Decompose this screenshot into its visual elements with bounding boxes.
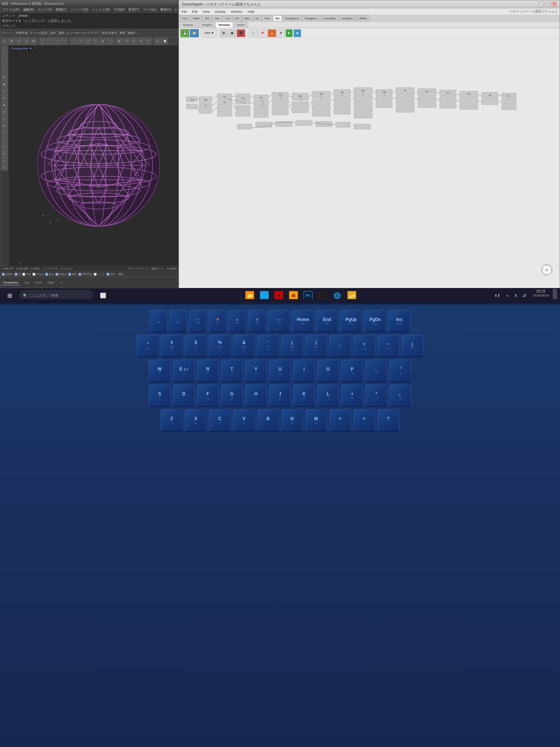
side-solid-btn[interactable]: ■ (1, 74, 8, 80)
gh-menu-edit[interactable]: Edit (191, 10, 199, 13)
tb-point-btn[interactable]: · (70, 38, 77, 44)
key-p[interactable]: P せ (341, 360, 363, 382)
key-f[interactable]: F は (197, 384, 219, 407)
taskbar-illustrator[interactable]: Ai (287, 289, 300, 299)
taskbar-show-desktop[interactable] (553, 289, 557, 299)
snap-tangent[interactable]: 接点 (68, 272, 77, 276)
key-d[interactable]: D し (173, 384, 195, 407)
key-j[interactable]: J ま (269, 384, 291, 407)
key-caret[interactable]: ~ ^ へ (377, 335, 399, 357)
gh-menu-help[interactable]: Help (246, 10, 256, 13)
side-bool-btn[interactable]: ⊙ (1, 129, 8, 136)
tb-circle-btn[interactable]: ○ (54, 38, 61, 44)
side-curve-btn[interactable]: ⌒ (1, 60, 8, 66)
gh-tab-lunchbox[interactable]: LunchBox (320, 15, 339, 21)
gh-save-btn[interactable]: 💾 (180, 29, 189, 37)
gh-tab-lmnts[interactable]: LMNts (356, 15, 369, 21)
key-minus[interactable]: = - ほ (353, 335, 375, 357)
gh-tab-srf[interactable]: Srf (233, 15, 241, 21)
key-yen[interactable]: | ¥ ー (401, 335, 423, 357)
gh-tab2-graphs[interactable]: Graphs (199, 22, 215, 28)
key-m[interactable]: M も (305, 409, 327, 432)
key-w[interactable]: W て (149, 360, 171, 382)
rhino-menu-edit[interactable]: 編集(E) (22, 7, 35, 12)
side-split-btn[interactable]: ✂ (1, 157, 8, 163)
key-k[interactable]: K の (293, 384, 315, 407)
tb-extrude-btn[interactable]: □ (78, 38, 84, 44)
taskbar-acrobat[interactable]: A (272, 289, 285, 299)
rhino-menu-view[interactable]: ビュー(V) (37, 7, 53, 12)
side-transform-btn[interactable]: ✥ (1, 122, 8, 129)
side-snap-btn[interactable]: ⊡ (1, 164, 8, 170)
taskbar-network[interactable]: ⬆⬇ (492, 289, 502, 299)
key-3[interactable]: # 3 あ あ (161, 335, 183, 357)
key-home[interactable]: Home F8 (292, 310, 314, 333)
view-tab-arrow[interactable]: ◀ (60, 281, 62, 284)
snap-vertex[interactable]: 頂点 (106, 272, 115, 276)
key-t[interactable]: T か (221, 360, 243, 382)
key-n[interactable]: N み (281, 409, 303, 432)
rhino-menu-mesh[interactable]: メッシュ(M) (91, 7, 111, 12)
key-7[interactable]: ' 7 や や (257, 335, 279, 357)
key-8[interactable]: ( 8 ゆ ゆ (281, 335, 303, 357)
snap-quadrant[interactable]: 四半円点 (78, 272, 92, 276)
key-prtscn[interactable]: PrtScn F7 (268, 310, 290, 333)
tb-fillet-btn[interactable]: ⌐ (107, 38, 113, 44)
tb-text-btn[interactable]: T (145, 38, 152, 44)
side-cage-btn[interactable]: ⬚ (1, 136, 8, 143)
gh-tab2-preview[interactable]: Preview (215, 22, 233, 28)
rhino-menu-file[interactable]: ファイル(F) (1, 7, 21, 12)
tb-surface-btn[interactable]: ⬚ (85, 38, 92, 44)
key-semicolon[interactable]: + ; れ (341, 384, 363, 407)
gh-tab-vec[interactable]: Vec (212, 15, 222, 21)
key-9[interactable]: ) 9 よ よ (305, 335, 327, 357)
key-period[interactable]: > 。 (353, 409, 375, 432)
taskbar-chrome[interactable]: 🌐 (331, 289, 344, 299)
key-y[interactable]: Y ん (245, 360, 267, 382)
gh-tab-crv[interactable]: Crv (223, 15, 232, 21)
side-dim-btn[interactable]: ⊢ (1, 88, 8, 94)
tb-layer-btn[interactable]: ≡ (123, 38, 130, 44)
tb-grid-btn[interactable]: ⊞ (116, 38, 122, 44)
gh-tab-sandbox[interactable]: Sandbox (339, 15, 355, 21)
key-colon[interactable]: * : け (365, 384, 387, 407)
key-f2[interactable]: ☼+ F2 (170, 310, 187, 333)
key-l[interactable]: L り (317, 384, 339, 407)
key-comma[interactable]: < 、 (329, 409, 351, 432)
gh-icon9[interactable]: ◉ (293, 29, 301, 37)
gh-icon4[interactable]: 🔍 (249, 29, 257, 37)
gh-close-btn[interactable]: ✕ (552, 2, 557, 7)
key-x[interactable]: X さ (185, 409, 207, 432)
tb-mirror-btn[interactable]: ⇆ (30, 38, 37, 44)
task-view-btn[interactable]: ⬜ (96, 289, 109, 299)
key-r[interactable]: R す (197, 360, 219, 382)
gh-tab2-vector[interactable]: Vector (233, 22, 248, 28)
key-f5[interactable]: 🔉 F5 (229, 310, 246, 333)
gh-canvas[interactable]: Num Rng Int Div Pt Unt Vec XYZ Mov Rot M… (179, 38, 560, 286)
view-tab-right[interactable]: Right (46, 280, 56, 285)
key-f6[interactable]: 🔊 F6 (248, 310, 266, 333)
key-bracket-open[interactable]: 「 [ (389, 360, 411, 382)
side-mesh-btn[interactable]: ▦ (1, 81, 8, 87)
snap-point[interactable]: 点 (15, 272, 21, 276)
key-h[interactable]: H く (245, 384, 267, 407)
gh-tab-set[interactable]: Set (202, 15, 212, 21)
key-0[interactable]: 0 わ わ (329, 335, 351, 357)
gh-tab-kangaroo2[interactable]: Kangaroo2 (283, 15, 302, 21)
snap-knot[interactable]: ノット (94, 272, 105, 276)
tb-dim-btn[interactable]: ⊢ (138, 38, 144, 44)
side-analyze-btn[interactable]: ⊕ (1, 94, 8, 101)
side-render-btn[interactable]: ◉ (1, 101, 8, 108)
gh-menu-file[interactable]: File (180, 10, 188, 13)
gh-tab-trns[interactable]: Trns (262, 15, 273, 21)
key-end[interactable]: End F9 (316, 310, 338, 333)
tb-history-btn[interactable]: ⌚ (162, 38, 168, 44)
key-o[interactable]: O ら (317, 360, 339, 382)
key-i[interactable]: I に (293, 360, 315, 382)
rhino-menu-analyze[interactable]: 解析(A) (159, 7, 172, 12)
side-tools-btn[interactable]: ⚙ (1, 108, 8, 115)
taskbar-ie[interactable]: 🌐 (258, 289, 271, 299)
tb-rotate-btn[interactable]: ↺ (16, 38, 22, 44)
key-f1[interactable]: ☼- F1 (150, 310, 167, 333)
snap-center[interactable]: 中心点 (32, 272, 44, 276)
